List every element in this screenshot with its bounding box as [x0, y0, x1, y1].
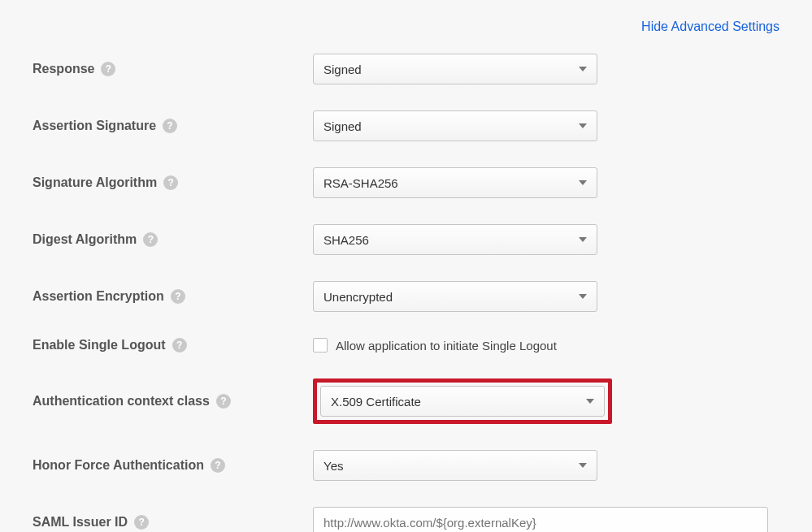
caret-down-icon: [586, 399, 594, 404]
hide-advanced-settings-link[interactable]: Hide Advanced Settings: [641, 19, 779, 33]
enable-single-logout-control: Allow application to initiate Single Log…: [313, 338, 557, 353]
assertion-encryption-select[interactable]: Unencrypted: [313, 281, 597, 312]
saml-issuer-id-label-col: SAML Issuer ID ?: [33, 515, 313, 530]
auth-context-highlight: X.509 Certificate: [313, 378, 612, 424]
help-icon[interactable]: ?: [163, 119, 177, 133]
honor-force-auth-row: Honor Force Authentication ? Yes: [33, 450, 779, 481]
signature-algorithm-label: Signature Algorithm: [33, 175, 157, 190]
auth-context-row: Authentication context class ? X.509 Cer…: [33, 378, 779, 424]
caret-down-icon: [579, 237, 587, 242]
enable-single-logout-label: Enable Single Logout: [33, 338, 166, 353]
digest-algorithm-control: SHA256: [313, 224, 597, 255]
help-icon[interactable]: ?: [211, 458, 225, 473]
saml-issuer-id-input[interactable]: [313, 507, 768, 532]
response-select[interactable]: Signed: [313, 54, 597, 84]
digest-algorithm-value: SHA256: [323, 233, 369, 247]
caret-down-icon: [579, 180, 587, 185]
assertion-encryption-row: Assertion Encryption ? Unencrypted: [33, 281, 779, 312]
single-logout-checkbox-row: Allow application to initiate Single Log…: [313, 338, 557, 353]
assertion-signature-value: Signed: [323, 119, 362, 133]
signature-algorithm-value: RSA-SHA256: [323, 176, 398, 190]
signature-algorithm-select[interactable]: RSA-SHA256: [313, 167, 597, 198]
enable-single-logout-row: Enable Single Logout ? Allow application…: [33, 338, 779, 353]
help-icon[interactable]: ?: [134, 515, 149, 530]
honor-force-auth-label-col: Honor Force Authentication ?: [33, 458, 313, 473]
signature-algorithm-label-col: Signature Algorithm ?: [33, 175, 313, 190]
assertion-encryption-label: Assertion Encryption: [33, 289, 164, 304]
digest-algorithm-select[interactable]: SHA256: [313, 224, 597, 255]
help-icon[interactable]: ?: [101, 62, 115, 76]
signature-algorithm-row: Signature Algorithm ? RSA-SHA256: [33, 167, 779, 198]
caret-down-icon: [579, 67, 587, 71]
assertion-encryption-label-col: Assertion Encryption ?: [33, 289, 313, 304]
enable-single-logout-label-col: Enable Single Logout ?: [33, 338, 313, 353]
auth-context-label: Authentication context class: [33, 394, 210, 409]
digest-algorithm-label: Digest Algorithm: [33, 232, 137, 247]
signature-algorithm-control: RSA-SHA256: [313, 167, 597, 198]
saml-advanced-settings-form: Hide Advanced Settings Response ? Signed…: [0, 0, 812, 532]
single-logout-checkbox[interactable]: [313, 338, 328, 353]
response-control: Signed: [313, 54, 597, 84]
assertion-encryption-value: Unencrypted: [323, 290, 393, 304]
caret-down-icon: [579, 463, 587, 468]
response-value: Signed: [323, 63, 362, 76]
single-logout-checkbox-label: Allow application to initiate Single Log…: [336, 339, 557, 353]
auth-context-value: X.509 Certificate: [331, 395, 421, 409]
assertion-signature-select[interactable]: Signed: [313, 110, 597, 141]
saml-issuer-id-control: [313, 507, 768, 532]
assertion-encryption-control: Unencrypted: [313, 281, 597, 312]
help-icon[interactable]: ?: [172, 338, 187, 353]
honor-force-auth-value: Yes: [323, 459, 343, 473]
honor-force-auth-select[interactable]: Yes: [313, 450, 597, 481]
digest-algorithm-label-col: Digest Algorithm ?: [33, 232, 313, 247]
digest-algorithm-row: Digest Algorithm ? SHA256: [33, 224, 779, 255]
honor-force-auth-label: Honor Force Authentication: [33, 458, 204, 473]
assertion-signature-control: Signed: [313, 110, 597, 141]
help-icon[interactable]: ?: [163, 175, 178, 190]
assertion-signature-label: Assertion Signature: [33, 119, 156, 133]
honor-force-auth-control: Yes: [313, 450, 597, 481]
help-icon[interactable]: ?: [216, 394, 231, 409]
top-link-row: Hide Advanced Settings: [33, 19, 779, 34]
saml-issuer-id-row: SAML Issuer ID ?: [33, 507, 779, 532]
auth-context-control: X.509 Certificate: [313, 378, 612, 424]
assertion-signature-row: Assertion Signature ? Signed: [33, 110, 779, 141]
response-row: Response ? Signed: [33, 54, 779, 84]
auth-context-label-col: Authentication context class ?: [33, 394, 313, 409]
assertion-signature-label-col: Assertion Signature ?: [33, 119, 313, 133]
caret-down-icon: [579, 294, 587, 299]
saml-issuer-id-label: SAML Issuer ID: [33, 515, 128, 530]
help-icon[interactable]: ?: [171, 289, 185, 304]
help-icon[interactable]: ?: [143, 232, 158, 247]
auth-context-select[interactable]: X.509 Certificate: [320, 386, 605, 417]
response-label-col: Response ?: [33, 62, 313, 76]
response-label: Response: [33, 62, 94, 76]
caret-down-icon: [579, 123, 587, 128]
